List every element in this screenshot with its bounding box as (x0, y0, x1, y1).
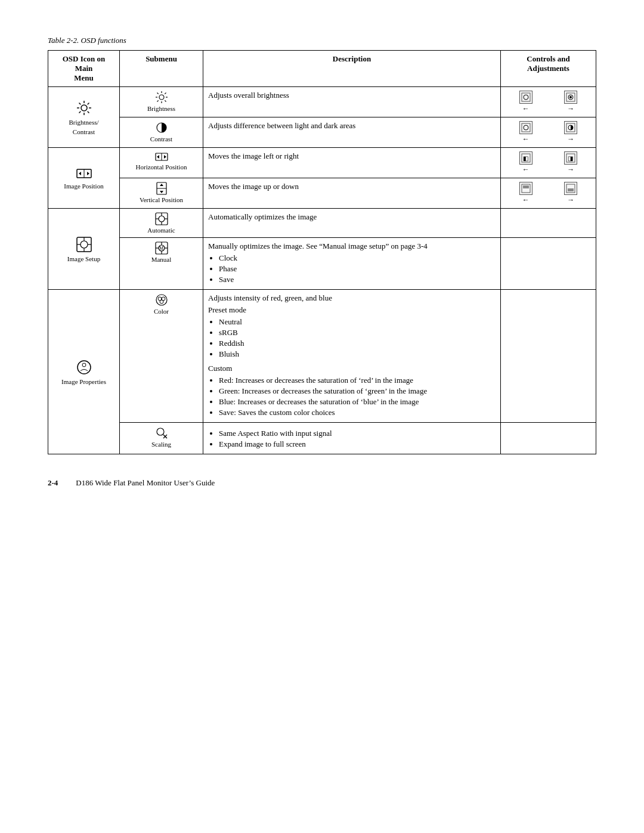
scaling-bullets: Same Aspect Ratio with input signal Expa… (208, 429, 496, 449)
ctrl-contrast-right-icon (564, 121, 577, 134)
manual-bullet-save: Save (219, 275, 496, 284)
ctrl-vpos-left-icon (519, 182, 532, 195)
submenu-manual-label: Manual (151, 256, 172, 263)
svg-marker-43 (160, 191, 163, 193)
svg-marker-35 (164, 155, 166, 159)
manual-bullets: Clock Phase Save (208, 253, 496, 284)
desc-color-main: Adjusts intensity of red, green, and blu… (208, 293, 496, 303)
footer: 2-4 D186 Wide Flat Panel Monitor User’s … (48, 478, 596, 488)
submenu-color: Color (120, 290, 203, 423)
custom-blue: Blue: Increases or decreases the saturat… (219, 397, 496, 407)
svg-text:◧: ◧ (523, 155, 528, 162)
ctrl-hpos-left-arrow: ← (522, 165, 530, 174)
manual-bullet-phase: Phase (219, 264, 496, 274)
submenu-scaling-label: Scaling (151, 441, 171, 448)
image-setup-icon (76, 236, 92, 253)
svg-point-25 (524, 125, 528, 130)
ctrl-scaling (501, 423, 596, 454)
svg-marker-30 (79, 172, 81, 175)
submenu-automatic-label: Automatic (147, 227, 175, 234)
submenu-horizontal-position: Horizontal Position (120, 148, 203, 178)
row-image-setup-manual: M Manual Manually optimizes the image. S… (48, 238, 596, 290)
svg-text:M: M (159, 246, 163, 251)
submenu-horizontal-label: Horizontal Position (136, 163, 187, 171)
brightness-sub-icon (155, 91, 168, 104)
ctrl-automatic (501, 209, 596, 238)
horizontal-position-sub-icon (155, 151, 168, 162)
svg-marker-31 (87, 172, 89, 175)
svg-line-14 (157, 93, 158, 94)
svg-point-0 (81, 105, 87, 111)
desc-automatic: Automatically optimizes the image (203, 209, 501, 238)
ctrl-brightness-left-icon (519, 91, 532, 104)
preset-bullets: Neutral sRGB Reddish Bluish (208, 317, 496, 359)
svg-text:◨: ◨ (568, 155, 573, 162)
ctrl-vpos-right-icon (564, 182, 577, 195)
main-icon-image-properties: Image Properties (48, 290, 120, 454)
svg-rect-24 (522, 123, 530, 132)
color-sub-icon (155, 293, 168, 306)
osd-functions-table: OSD Icon on Main Menu Submenu Descriptio… (48, 50, 596, 454)
preset-reddish: Reddish (219, 339, 496, 348)
submenu-manual: M Manual (120, 238, 203, 290)
scaling-aspect: Same Aspect Ratio with input signal (219, 429, 496, 438)
footer-text: D186 Wide Flat Panel Monitor User’s Guid… (76, 478, 215, 488)
desc-color: Adjusts intensity of red, green, and blu… (203, 290, 501, 423)
svg-point-72 (160, 300, 163, 304)
image-properties-icon (76, 359, 92, 376)
ctrl-horizontal-position: ◧ ← ◨ → (501, 148, 596, 178)
row-brightness-contrast: Brightness/ Contrast (48, 87, 596, 117)
svg-point-19 (524, 95, 528, 100)
ctrl-vertical-position: ← → (501, 178, 596, 209)
desc-contrast: Adjusts difference between light and dar… (203, 117, 501, 148)
custom-bullets: Red: Increases or decreases the saturati… (208, 376, 496, 417)
svg-marker-34 (157, 155, 159, 159)
ctrl-vpos-right-arrow: → (567, 196, 574, 205)
main-icon-image-setup: Image Setup (48, 209, 120, 290)
ctrl-hpos-right-icon: ◨ (564, 151, 577, 165)
svg-point-22 (569, 96, 572, 98)
desc-scaling: Same Aspect Ratio with input signal Expa… (203, 423, 501, 454)
submenu-vertical-position: Vertical Position (120, 178, 203, 209)
ctrl-hpos-left-icon: ◧ (519, 151, 532, 165)
ctrl-hpos-right-arrow: → (567, 165, 574, 174)
svg-point-67 (78, 361, 91, 374)
row-vertical-position: Vertical Position Moves the image up or … (48, 178, 596, 209)
scaling-sub-icon (155, 426, 168, 439)
svg-point-73 (157, 428, 164, 435)
svg-point-55 (159, 216, 165, 222)
preset-neutral: Neutral (219, 317, 496, 327)
custom-red: Red: Increases or decreases the saturati… (219, 376, 496, 385)
submenu-scaling: Scaling (120, 423, 203, 454)
header-osd-icon: OSD Icon on Main Menu (48, 51, 120, 87)
submenu-automatic: Automatic (120, 209, 203, 238)
submenu-color-label: Color (154, 308, 169, 315)
manual-bullet-clock: Clock (219, 253, 496, 263)
row-image-properties-color: Image Properties Color Adjusts intensity… (48, 290, 596, 423)
desc-color-preset: Preset mode (208, 305, 496, 315)
svg-point-68 (82, 363, 86, 367)
desc-manual: Manually optimizes the image. See “Manua… (203, 238, 501, 290)
ctrl-brightness-right-arrow: → (567, 104, 574, 113)
table-title: Table 2-2. OSD functions (48, 36, 596, 45)
desc-horizontal-position: Moves the image left or right (203, 148, 501, 178)
ctrl-brightness-left-arrow: ← (522, 104, 530, 113)
main-label-image-position: Image Position (64, 182, 103, 190)
header-controls: Controls and Adjustments (501, 51, 596, 87)
row-image-properties-scaling: Scaling Same Aspect Ratio with input sig… (48, 423, 596, 454)
submenu-contrast: Contrast (120, 117, 203, 148)
main-label-brightness: Brightness/ (69, 119, 98, 126)
svg-line-7 (87, 103, 89, 104)
ctrl-vpos-left-arrow: ← (522, 196, 530, 205)
svg-line-16 (165, 93, 166, 94)
ctrl-contrast-right-arrow: → (567, 135, 574, 144)
ctrl-contrast-left-icon (519, 121, 532, 134)
custom-green: Green: Increases or decreases the satura… (219, 386, 496, 396)
vertical-position-sub-icon (155, 182, 168, 195)
preset-bluish: Bluish (219, 349, 496, 359)
automatic-sub-icon (155, 212, 168, 225)
header-description: Description (203, 51, 501, 87)
svg-line-15 (165, 100, 166, 101)
svg-rect-18 (522, 93, 530, 101)
desc-vertical-position: Moves the image up or down (203, 178, 501, 209)
